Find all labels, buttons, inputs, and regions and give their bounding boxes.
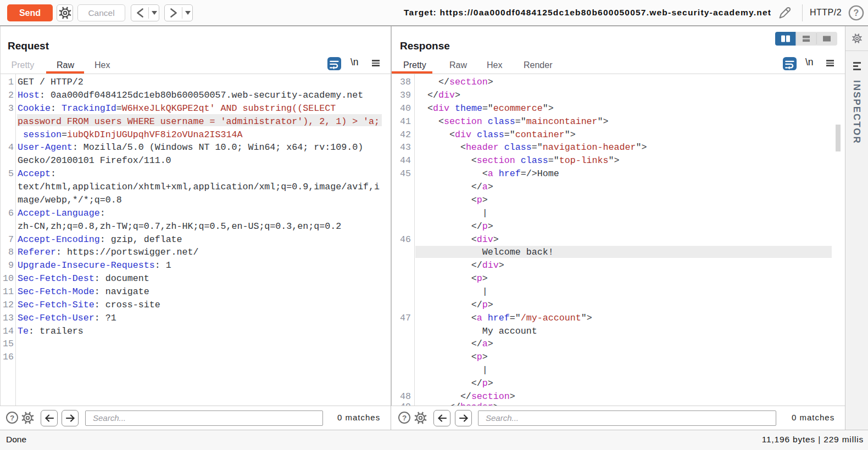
svg-text:?: ?: [854, 8, 859, 18]
svg-text:?: ?: [10, 414, 14, 422]
svg-text:?: ?: [402, 414, 407, 422]
